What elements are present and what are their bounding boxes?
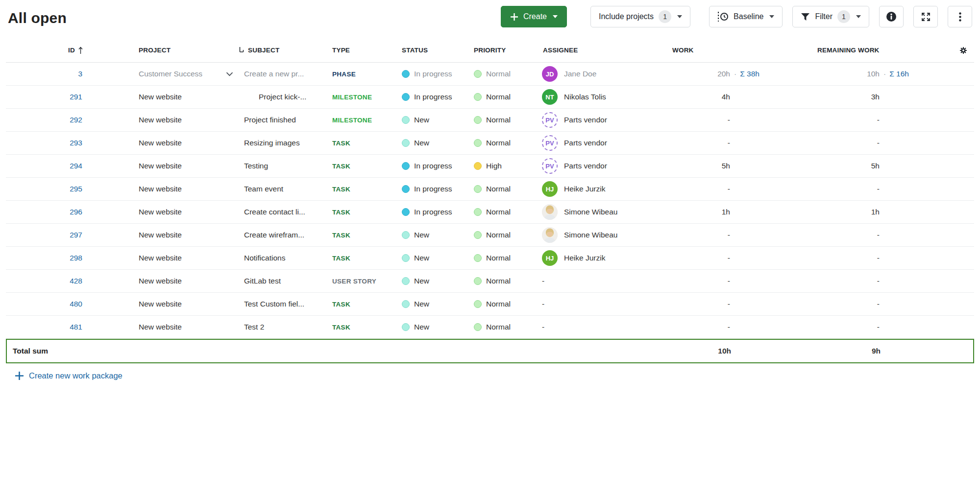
- collapse-children-chevron-icon[interactable]: [226, 72, 233, 76]
- create-button[interactable]: Create: [501, 6, 567, 27]
- row-assignee-name: -: [542, 323, 544, 331]
- row-remaining-work-value: 10h: [784, 70, 880, 78]
- table-row[interactable]: 297 New website Create wirefram... TASK …: [6, 224, 974, 247]
- column-header-assignee[interactable]: ASSIGNEE: [539, 47, 647, 54]
- assignee-avatar: NT: [542, 89, 558, 105]
- table-row[interactable]: 295 New website Team event TASK In progr…: [6, 178, 974, 201]
- table-row[interactable]: 481 New website Test 2 TASK New Normal -…: [6, 316, 974, 339]
- row-status: In progress: [414, 208, 452, 216]
- column-header-priority[interactable]: PRIORITY: [468, 47, 539, 54]
- work-sum-link[interactable]: Σ 38h: [740, 70, 760, 78]
- plus-icon: [15, 371, 24, 380]
- include-projects-badge: 1: [659, 10, 671, 23]
- total-sum-row: Total sum 10h 9h: [6, 339, 974, 363]
- column-header-assignee-label: ASSIGNEE: [543, 47, 578, 54]
- work-package-id-link[interactable]: 481: [70, 323, 82, 331]
- info-button[interactable]: [879, 6, 904, 27]
- column-header-subject-label: SUBJECT: [248, 47, 279, 54]
- column-header-work[interactable]: WORK: [647, 47, 784, 54]
- kebab-menu-icon: [959, 12, 961, 22]
- assignee-avatar: [542, 227, 558, 243]
- column-header-remaining-work[interactable]: REMAINING WORK: [784, 47, 926, 54]
- work-package-id-link[interactable]: 296: [70, 208, 82, 216]
- row-assignee-name: Heike Jurzik: [564, 254, 605, 262]
- column-header-id-label: ID: [68, 47, 75, 54]
- row-type: MILESTONE: [332, 94, 372, 101]
- column-header-id[interactable]: ID: [6, 47, 84, 54]
- row-project-name: Customer Success: [139, 70, 202, 78]
- work-package-id-link[interactable]: 291: [70, 93, 82, 101]
- priority-dot-icon: [474, 323, 482, 331]
- row-assignee-cell: PV Parts vendor: [539, 112, 647, 128]
- table-settings-button[interactable]: [926, 47, 974, 54]
- row-remaining-work-value: -: [784, 254, 880, 262]
- row-work-value: -: [647, 323, 730, 331]
- create-new-work-package-link[interactable]: Create new work package: [15, 371, 122, 380]
- filter-button[interactable]: Filter 1: [792, 6, 869, 27]
- include-projects-button[interactable]: Include projects 1: [590, 6, 690, 27]
- row-project-name: New website: [139, 254, 182, 262]
- status-dot-icon: [402, 70, 410, 78]
- row-status-cell: New: [395, 139, 468, 147]
- row-subject-cell: GitLab test: [236, 277, 328, 285]
- work-package-id-link[interactable]: 298: [70, 254, 82, 262]
- column-header-subject[interactable]: SUBJECT: [236, 47, 328, 54]
- table-row[interactable]: 298 New website Notifications TASK New N…: [6, 247, 974, 270]
- row-work-value: -: [647, 277, 730, 285]
- row-project-name: New website: [139, 300, 182, 308]
- row-assignee-cell: PV Parts vendor: [539, 135, 647, 151]
- row-work-cell: 20h · Σ 38h: [647, 70, 784, 78]
- row-subject-cell: Test Custom fiel...: [236, 300, 328, 308]
- fullscreen-button[interactable]: [913, 6, 938, 27]
- baseline-button[interactable]: Baseline: [709, 6, 783, 27]
- column-header-project[interactable]: PROJECT: [84, 47, 236, 54]
- priority-dot-icon: [474, 185, 482, 193]
- row-subject: Notifications: [244, 254, 285, 262]
- priority-dot-icon: [474, 208, 482, 216]
- row-type-cell: TASK: [328, 301, 395, 308]
- table-row[interactable]: 292 New website Project finished MILESTO…: [6, 109, 974, 132]
- remaining-work-sum-link[interactable]: Σ 16h: [889, 70, 909, 78]
- row-remaining-work-value: -: [784, 323, 880, 331]
- row-type-cell: USER STORY: [328, 278, 395, 285]
- row-type: TASK: [332, 163, 350, 170]
- work-package-id-link[interactable]: 292: [70, 116, 82, 124]
- row-priority: Normal: [486, 208, 511, 216]
- row-work-cell: 5h: [647, 162, 784, 170]
- work-package-id-link[interactable]: 480: [70, 300, 82, 308]
- table-row[interactable]: 3 Customer Success Create a new pr... PH…: [6, 63, 974, 86]
- table-row[interactable]: 480 New website Test Custom fiel... TASK…: [6, 293, 974, 316]
- assignee-photo: [542, 204, 558, 220]
- row-assignee-cell: JD Jane Doe: [539, 66, 647, 82]
- row-priority-cell: Normal: [468, 185, 539, 193]
- work-package-id-link[interactable]: 293: [70, 139, 82, 147]
- row-work-cell: -: [647, 323, 784, 331]
- work-package-id-link[interactable]: 428: [70, 277, 82, 285]
- column-header-status[interactable]: STATUS: [395, 47, 468, 54]
- work-package-id-link[interactable]: 295: [70, 185, 82, 193]
- work-package-id-link[interactable]: 3: [78, 70, 82, 78]
- row-priority: Normal: [486, 70, 511, 78]
- row-type: TASK: [332, 324, 350, 331]
- row-remaining-work-sum: · Σ 16h: [883, 70, 909, 78]
- more-options-button[interactable]: [948, 6, 972, 27]
- assignee-avatar: PV: [542, 112, 558, 128]
- row-priority-cell: Normal: [468, 277, 539, 285]
- table-row[interactable]: 291 New website Project kick-... MILESTO…: [6, 86, 974, 109]
- table-row[interactable]: 294 New website Testing TASK In progress…: [6, 155, 974, 178]
- row-remaining-work-value: 5h: [784, 162, 880, 170]
- work-package-id-link[interactable]: 294: [70, 162, 82, 170]
- column-header-type-label: TYPE: [332, 47, 350, 54]
- row-status-cell: New: [395, 116, 468, 124]
- row-work-sum: · Σ 38h: [734, 70, 760, 78]
- column-header-type[interactable]: TYPE: [328, 47, 395, 54]
- row-id-cell: 298: [6, 254, 84, 262]
- row-status-cell: New: [395, 300, 468, 308]
- table-row[interactable]: 296 New website Create contact li... TAS…: [6, 201, 974, 224]
- work-package-id-link[interactable]: 297: [70, 231, 82, 239]
- status-dot-icon: [402, 208, 410, 216]
- row-id-cell: 293: [6, 139, 84, 147]
- table-row[interactable]: 293 New website Resizing images TASK New…: [6, 132, 974, 155]
- row-type: TASK: [332, 140, 350, 147]
- table-row[interactable]: 428 New website GitLab test USER STORY N…: [6, 270, 974, 293]
